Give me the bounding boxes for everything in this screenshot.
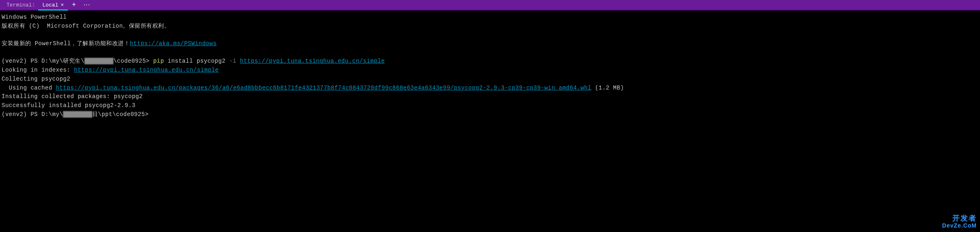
output-line: Collecting psycopg2 [2, 75, 978, 84]
command-text: pip [153, 58, 164, 64]
terminal-tab-bar: Terminal: Local × + ⋮ [0, 0, 980, 11]
close-icon[interactable]: × [61, 2, 64, 8]
output-line: Windows PowerShell [2, 13, 978, 22]
pswindows-link[interactable]: https://aka.ms/PSWindows [130, 40, 217, 47]
output-line: Using cached https://pypi.tuna.tsinghua.… [2, 84, 978, 93]
output-line: Looking in indexes: https://pypi.tuna.ts… [2, 66, 978, 75]
prompt-line: (venv2) PS D:\my\████████目\ppt\code0925> [2, 110, 978, 119]
output-blank [2, 31, 978, 39]
terminal-output[interactable]: Windows PowerShell 版权所有 (C) Microsoft Co… [0, 11, 980, 121]
tab-local[interactable]: Local × [38, 0, 68, 10]
tab-menu-icon[interactable]: ⋮ [83, 0, 91, 11]
add-tab-icon[interactable]: + [68, 1, 80, 9]
watermark: 开发者 DevZe.CoM [942, 214, 977, 229]
output-line: Installing collected packages: psycopg2 [2, 92, 978, 101]
watermark-top: 开发者 [942, 214, 977, 223]
prompt-line: (venv2) PS D:\my\研究生\████████\code0925> … [2, 57, 978, 66]
output-line: Successfully installed psycopg2-2.9.3 [2, 101, 978, 110]
pypi-index-link[interactable]: https://pypi.tuna.tsinghua.edu.cn/simple [240, 58, 385, 64]
pypi-index-link[interactable]: https://pypi.tuna.tsinghua.edu.cn/simple [74, 67, 219, 73]
output-blank [2, 48, 978, 57]
output-line: 版权所有 (C) Microsoft Corporation。保留所有权利。 [2, 22, 978, 31]
output-line: 安装最新的 PowerShell，了解新功能和改进！https://aka.ms… [2, 39, 978, 48]
censored-path: ████████ [85, 58, 113, 64]
terminal-label: Terminal: [3, 2, 38, 8]
watermark-bottom: DevZe.CoM [942, 223, 977, 229]
censored-path: ████████ [63, 111, 92, 118]
package-whl-link[interactable]: https://pypi.tuna.tsinghua.edu.cn/packag… [56, 85, 591, 91]
tab-label: Local [42, 2, 58, 8]
